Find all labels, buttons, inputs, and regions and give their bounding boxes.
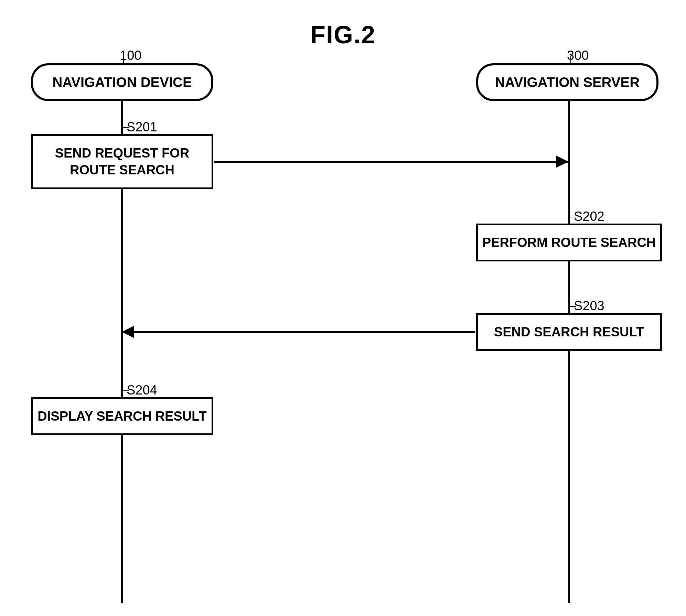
perform-route-search-box: PERFORM ROUTE SEARCH <box>476 224 662 261</box>
nav-server-actor: NAVIGATION SERVER <box>476 63 658 101</box>
send-search-result-box: SEND SEARCH RESULT <box>476 313 662 351</box>
step-s204-label: S204 <box>127 383 157 398</box>
s204-tick <box>123 390 129 391</box>
ref-100-tick <box>123 56 124 63</box>
step-s203-label: S203 <box>574 299 604 313</box>
s202-tick <box>570 217 576 217</box>
s201-tick <box>123 127 129 128</box>
s201-arrow-line <box>214 161 568 163</box>
server-lifeline <box>568 101 570 603</box>
s203-tick <box>570 306 576 307</box>
send-request-box: SEND REQUEST FOR ROUTE SEARCH <box>31 134 213 189</box>
figure-title: FIG.2 <box>310 21 376 49</box>
ref-300-tick <box>570 56 571 63</box>
s203-arrow-line <box>134 331 475 333</box>
display-search-result-box: DISPLAY SEARCH RESULT <box>31 397 213 435</box>
nav-device-actor: NAVIGATION DEVICE <box>31 63 213 101</box>
s201-arrow-head <box>556 155 568 168</box>
s203-arrow-head <box>122 326 134 338</box>
step-s202-label: S202 <box>574 209 604 224</box>
diagram-container: FIG.2 100 300 NAVIGATION DEVICE NAVIGATI… <box>0 0 686 616</box>
step-s201-label: S201 <box>127 120 157 134</box>
